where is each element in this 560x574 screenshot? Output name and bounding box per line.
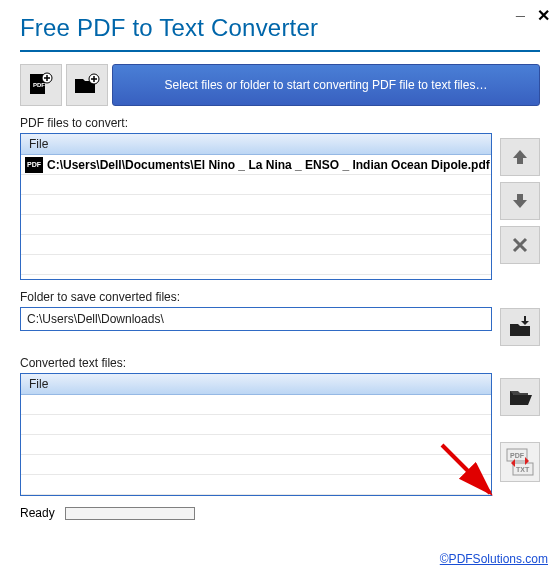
list-item-empty xyxy=(21,395,491,415)
converted-list-label: Converted text files: xyxy=(20,356,492,370)
converted-list-header[interactable]: File xyxy=(21,374,491,395)
move-up-button[interactable] xyxy=(500,138,540,176)
list-item-empty xyxy=(21,195,491,215)
add-file-button[interactable]: PDF xyxy=(20,64,62,106)
minimize-button[interactable]: _ xyxy=(516,1,525,20)
list-item-empty xyxy=(21,175,491,195)
cross-icon xyxy=(511,236,529,254)
close-button[interactable]: ✕ xyxy=(537,6,550,25)
svg-text:PDF: PDF xyxy=(33,82,45,88)
converted-files-list[interactable]: File xyxy=(20,373,492,496)
pdf-list-label: PDF files to convert: xyxy=(20,116,492,130)
folder-open-icon xyxy=(508,387,532,407)
browse-save-folder-button[interactable] xyxy=(500,308,540,346)
title-divider xyxy=(20,50,540,52)
folder-download-icon xyxy=(508,316,532,338)
select-files-label: Select files or folder to start converti… xyxy=(165,78,488,92)
list-item-empty xyxy=(21,435,491,455)
arrow-down-icon xyxy=(510,191,530,211)
convert-button[interactable]: PDF TXT xyxy=(500,442,540,482)
pdf-list-header[interactable]: File xyxy=(21,134,491,155)
arrow-up-icon xyxy=(510,147,530,167)
main-toolbar: PDF Select files or folder to start conv… xyxy=(20,64,540,106)
pdf-icon: PDF xyxy=(25,157,43,173)
list-item-empty xyxy=(21,235,491,255)
remove-button[interactable] xyxy=(500,226,540,264)
app-title: Free PDF to Text Converter xyxy=(20,14,540,42)
footer-link[interactable]: ©PDFSolutions.com xyxy=(440,552,548,566)
status-text: Ready xyxy=(20,506,55,520)
save-folder-label: Folder to save converted files: xyxy=(20,290,492,304)
save-folder-input[interactable] xyxy=(20,307,492,331)
pdf-to-txt-icon: PDF TXT xyxy=(505,447,535,477)
list-item-empty xyxy=(21,255,491,275)
add-folder-button[interactable] xyxy=(66,64,108,106)
file-path: C:\Users\Dell\Documents\El Nino _ La Nin… xyxy=(47,158,490,172)
list-item-empty xyxy=(21,215,491,235)
open-output-folder-button[interactable] xyxy=(500,378,540,416)
folder-plus-icon xyxy=(73,73,101,97)
list-item-empty xyxy=(21,475,491,495)
svg-text:TXT: TXT xyxy=(516,466,530,473)
move-down-button[interactable] xyxy=(500,182,540,220)
select-files-button[interactable]: Select files or folder to start converti… xyxy=(112,64,540,106)
footer-link-text: ©PDFSolutions.com xyxy=(440,552,548,566)
progress-bar xyxy=(65,507,195,520)
list-item-empty xyxy=(21,415,491,435)
svg-text:PDF: PDF xyxy=(510,452,525,459)
pdf-files-list[interactable]: File PDF C:\Users\Dell\Documents\El Nino… xyxy=(20,133,492,280)
list-item[interactable]: PDF C:\Users\Dell\Documents\El Nino _ La… xyxy=(21,155,491,175)
pdf-file-plus-icon: PDF xyxy=(28,72,54,98)
status-bar: Ready xyxy=(20,506,540,520)
list-item-empty xyxy=(21,455,491,475)
